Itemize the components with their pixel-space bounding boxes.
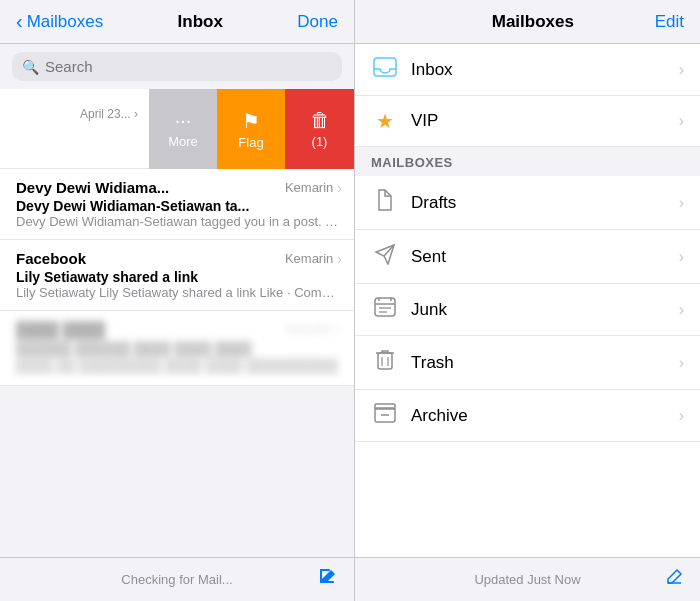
mailbox-item-inbox[interactable]: Inbox ›	[355, 44, 700, 96]
right-footer: Updated Just Now	[355, 557, 700, 601]
swiped-email-content[interactable]: Kemarin April 23... › onstant ust had a …	[0, 89, 150, 169]
mailbox-item-archive[interactable]: Archive ›	[355, 390, 700, 442]
junk-label: Junk	[411, 300, 679, 320]
mailboxes-title: Mailboxes	[492, 12, 574, 32]
chevron-right-icon: ›	[679, 112, 684, 130]
flag-label: Flag	[238, 135, 263, 150]
svg-rect-16	[375, 404, 395, 409]
mailbox-item-vip[interactable]: ★ VIP ›	[355, 96, 700, 147]
swiped-date: April 23... ›	[80, 107, 138, 121]
mailbox-item-sent[interactable]: Sent ›	[355, 230, 700, 284]
subject-1: Devy Dewi Widiaman-Setiawan ta...	[16, 198, 342, 214]
right-panel: Mailboxes Edit Inbox › ★ VIP ›	[355, 0, 700, 601]
mailbox-item-trash[interactable]: Trash ›	[355, 336, 700, 390]
svg-rect-2	[320, 569, 330, 571]
svg-rect-5	[375, 298, 395, 316]
trash-label: Trash	[411, 353, 679, 373]
svg-rect-1	[320, 569, 322, 583]
mailbox-item-drafts[interactable]: Drafts ›	[355, 176, 700, 230]
archive-label: Archive	[411, 406, 679, 426]
drafts-label: Drafts	[411, 193, 679, 213]
preview-2: Lily Setiawaty Lily Setiawaty shared a l…	[16, 285, 342, 300]
sent-icon	[371, 243, 399, 270]
compose-right-button[interactable]	[664, 567, 684, 592]
trash-swipe-button[interactable]: 🗑 (1)	[285, 89, 354, 169]
left-footer: Checking for Mail...	[0, 557, 354, 601]
left-header: ‹ Mailboxes Inbox Done	[0, 0, 354, 44]
more-icon: ···	[175, 109, 192, 132]
chevron-right-icon: ›	[679, 61, 684, 79]
blur-overlay	[0, 311, 354, 385]
archive-icon	[371, 403, 399, 428]
svg-rect-11	[378, 353, 392, 369]
trash-mailbox-icon	[371, 349, 399, 376]
email-list: Kemarin April 23... › onstant ust had a …	[0, 89, 354, 557]
chevron-right-icon: ›	[134, 107, 138, 121]
swiped-subject: onstant	[0, 122, 138, 137]
swiped-email-row: Kemarin April 23... › onstant ust had a …	[0, 89, 354, 169]
left-footer-status: Checking for Mail...	[121, 572, 232, 587]
drafts-icon	[371, 189, 399, 216]
compose-right-icon	[664, 567, 684, 587]
mailboxes-section-header: MAILBOXES	[355, 147, 700, 176]
right-footer-status: Updated Just Now	[371, 572, 684, 587]
chevron-right-icon: ›	[679, 248, 684, 266]
chevron-left-icon: ‹	[16, 10, 23, 33]
sender-1: Devy Dewi Widiama...	[16, 179, 169, 196]
inbox-label: Inbox	[411, 60, 679, 80]
swiped-preview: ust had a .	[0, 137, 138, 151]
search-bar-container: 🔍	[0, 44, 354, 89]
trash-icon: 🗑	[310, 109, 330, 132]
sent-label: Sent	[411, 247, 679, 267]
trash-label: (1)	[312, 134, 328, 149]
search-input[interactable]	[45, 58, 332, 75]
date-2: Kemarin ›	[285, 251, 342, 267]
date-1: Kemarin ›	[285, 180, 342, 196]
sender-2: Facebook	[16, 250, 86, 267]
junk-icon	[371, 297, 399, 322]
right-header: Mailboxes Edit	[355, 0, 700, 44]
done-button[interactable]: Done	[297, 12, 338, 32]
inbox-title: Inbox	[178, 12, 223, 32]
mailbox-list: Inbox › ★ VIP › MAILBOXES Drafts ›	[355, 44, 700, 557]
email-row-2[interactable]: Facebook Kemarin › Lily Setiawaty shared…	[0, 240, 354, 311]
compose-button[interactable]	[318, 567, 338, 592]
search-bar[interactable]: 🔍	[12, 52, 342, 81]
inbox-icon	[371, 57, 399, 82]
email-row-blurred[interactable]: ████ ████ Kemarin › ██████ ██████ ████ █…	[0, 311, 354, 386]
search-icon: 🔍	[22, 59, 39, 75]
edit-button[interactable]: Edit	[655, 12, 684, 32]
vip-star-icon: ★	[371, 109, 399, 133]
chevron-right-icon: ›	[679, 301, 684, 319]
back-label: Mailboxes	[27, 12, 104, 32]
vip-label: VIP	[411, 111, 679, 131]
preview-1: Devy Dewi Widiaman-Setiawan tagged you i…	[16, 214, 342, 229]
compose-icon	[318, 567, 338, 587]
chevron-right-icon: ›	[679, 194, 684, 212]
email-row-1[interactable]: Devy Dewi Widiama... Kemarin › Devy Dewi…	[0, 169, 354, 240]
more-label: More	[168, 134, 198, 149]
flag-icon: ⚑	[242, 109, 260, 133]
chevron-right-icon: ›	[337, 180, 342, 196]
subject-2: Lily Setiawaty shared a link	[16, 269, 342, 285]
swipe-actions: ··· More ⚑ Flag 🗑 (1)	[149, 89, 354, 169]
flag-button[interactable]: ⚑ Flag	[217, 89, 285, 169]
back-button[interactable]: ‹ Mailboxes	[16, 10, 103, 33]
more-button[interactable]: ··· More	[149, 89, 217, 169]
mailbox-item-junk[interactable]: Junk ›	[355, 284, 700, 336]
chevron-right-icon: ›	[679, 354, 684, 372]
chevron-right-icon: ›	[679, 407, 684, 425]
left-panel: ‹ Mailboxes Inbox Done 🔍 Kemarin	[0, 0, 355, 601]
chevron-right-icon: ›	[337, 251, 342, 267]
